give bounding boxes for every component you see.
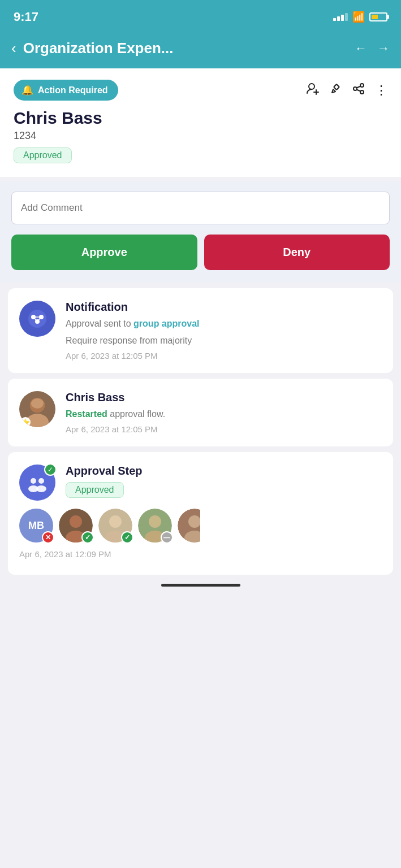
approver-mb: MB ✕ (19, 509, 53, 542)
action-section: Approve Deny (0, 181, 401, 283)
add-person-button[interactable] (306, 83, 320, 98)
edit-button[interactable] (330, 83, 342, 98)
notification-subdesc: Require response from majority (66, 334, 382, 348)
action-buttons: Approve Deny (11, 235, 390, 270)
signal-icon (333, 13, 348, 21)
svg-point-0 (309, 84, 314, 89)
svg-point-5 (353, 87, 357, 90)
svg-point-26 (70, 515, 82, 528)
svg-point-4 (360, 84, 364, 87)
status-badge: Approved (14, 147, 72, 163)
approval-step-title: Approval Step (66, 465, 143, 478)
prev-button[interactable]: ← (355, 41, 367, 56)
approver-4: — (138, 509, 172, 542)
comment-input[interactable] (11, 192, 390, 224)
notification-avatar (19, 301, 55, 337)
approval-step-card: ✓ Approval Step Approved MB ✕ ✓ (8, 452, 393, 575)
action-icons: ⋮ (306, 83, 387, 98)
approver-2: ✓ (59, 509, 93, 542)
svg-line-7 (357, 86, 361, 88)
notification-feed-content: Notification Approval sent to group appr… (66, 301, 382, 361)
header-nav: ← → (355, 41, 390, 56)
approver-row: MB ✕ ✓ ✓ (19, 509, 382, 542)
action-required-badge: 🔔 Action Required (14, 80, 118, 101)
svg-point-9 (28, 310, 46, 328)
approval-step-header: ✓ Approval Step Approved (19, 465, 382, 501)
svg-point-24 (36, 485, 46, 492)
person-feed-content: Chris Bass Restarted approval flow. Apr … (66, 391, 382, 434)
status-icons: 📶 (333, 11, 387, 23)
approval-step-timestamp: Apr 6, 2023 at 12:09 PM (19, 549, 382, 559)
next-button[interactable]: → (377, 41, 390, 56)
status-time: 9:17 (14, 10, 38, 24)
wifi-icon: 📶 (352, 11, 365, 23)
approver-4-badge: — (161, 531, 173, 544)
top-card: 🔔 Action Required (0, 68, 401, 177)
approval-step-avatar: ✓ (19, 465, 55, 501)
notification-title: Notification (66, 301, 382, 314)
share-button[interactable] (352, 83, 365, 98)
header: ‹ Organization Expen... ← → (0, 32, 401, 68)
person-feed-item: ⭐ Chris Bass Restarted approval flow. Ap… (8, 379, 393, 446)
check-badge: ✓ (44, 463, 57, 476)
page-title: Organization Expen... (23, 40, 348, 57)
notification-desc: Approval sent to group approval (66, 317, 382, 331)
bell-icon: 🔔 (21, 84, 33, 96)
approve-button[interactable]: Approve (11, 235, 197, 270)
person-avatar: ⭐ (19, 391, 55, 427)
notification-feed-item: Notification Approval sent to group appr… (8, 288, 393, 373)
approver-3: ✓ (98, 509, 132, 542)
bottom-area (0, 584, 401, 598)
approver-5 (178, 509, 212, 542)
star-badge: ⭐ (20, 417, 31, 427)
notification-timestamp: Apr 6, 2023 at 12:05 PM (66, 351, 382, 361)
svg-point-32 (149, 515, 161, 528)
approval-step-info: Approval Step Approved (66, 465, 143, 500)
bottom-bar (161, 584, 240, 587)
person-action: Restarted approval flow. (66, 407, 382, 421)
approver-mb-badge: ✕ (42, 531, 54, 544)
person-timestamp: Apr 6, 2023 at 12:05 PM (66, 424, 382, 434)
approver-5-face (178, 509, 212, 542)
svg-rect-3 (334, 84, 339, 90)
deny-button[interactable]: Deny (204, 235, 390, 270)
record-id: 1234 (14, 130, 387, 142)
svg-point-35 (188, 515, 201, 528)
svg-point-29 (109, 515, 122, 528)
svg-line-8 (357, 89, 361, 91)
record-name: Chris Bass (14, 108, 387, 128)
back-button[interactable]: ‹ (11, 40, 16, 57)
more-button[interactable]: ⋮ (375, 83, 387, 98)
svg-point-6 (360, 90, 364, 94)
svg-point-22 (38, 478, 44, 484)
battery-icon (369, 12, 387, 21)
approver-3-badge: ✓ (121, 531, 133, 544)
svg-point-20 (31, 398, 44, 409)
approval-step-status: Approved (66, 482, 124, 498)
person-name: Chris Bass (66, 391, 382, 404)
status-bar: 9:17 📶 (0, 0, 401, 32)
svg-point-21 (31, 478, 36, 484)
approver-2-badge: ✓ (81, 531, 94, 544)
action-row: 🔔 Action Required (14, 80, 387, 101)
